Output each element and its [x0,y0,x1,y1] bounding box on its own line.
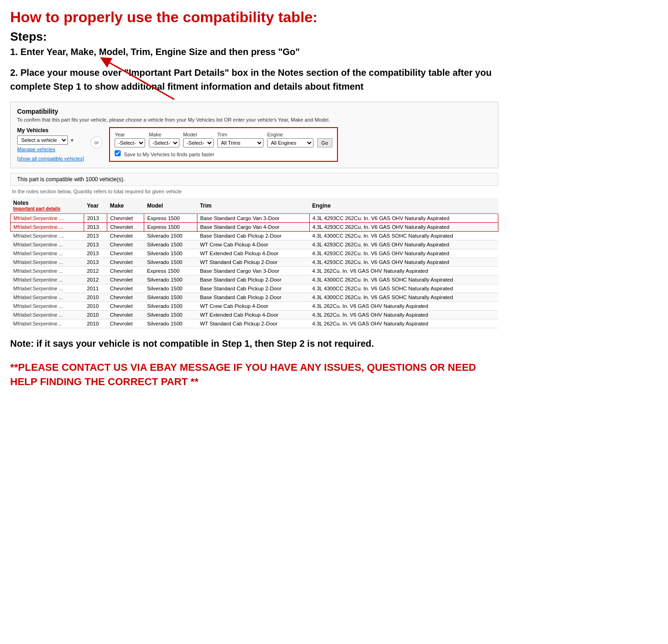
make-cell: Chevrolet [107,223,144,232]
compatibility-section: Compatibility To confirm that this part … [10,102,498,168]
make-cell: Chevrolet [107,293,144,302]
step1-text: 1. Enter Year, Make, Model, Trim, Engine… [10,47,498,57]
note-text: Mfrlabel:Serpentine ... [13,294,63,300]
make-cell: Chevrolet [107,240,144,249]
table-row: Mfrlabel:Serpentine ...2012ChevroletExpr… [11,267,498,276]
note-text: Mfrlabel:Serpentine ... [13,277,63,282]
col-header-model: Model [144,198,197,214]
table-row: Mfrlabel:Serpentine...2010ChevroletSilve… [11,319,498,328]
engine-label: Engine [267,132,313,137]
model-cell: Silverado 1500 [144,249,197,258]
engine-cell: 4.3L 4293CC 262Cu. In. V6 GAS OHV Natura… [309,258,498,267]
save-label: Save to My Vehicles to finds parts faste… [124,152,214,157]
notes-cell: Mfrlabel:Serpentine.... [11,223,84,232]
year-cell: 2012 [84,276,107,284]
note-text: Mfrlabel:Serpentine ... [13,286,63,291]
trim-cell: WT Crew Cab Pickup 4-Door [197,240,309,249]
ymm-form: Year -Select- Make -Select- Model -Selec… [109,127,338,162]
engine-cell: 4.3L 4300CC 262Cu. In. V6 GAS SOHC Natur… [309,284,498,293]
save-checkbox[interactable] [115,150,121,156]
quantity-note: In the notes section below, Quantity ref… [10,189,498,194]
important-part-details-link[interactable]: Important part details [13,206,81,211]
col-header-year: Year [84,198,107,214]
trim-cell: WT Standard Cab Pickup 2-Door [197,319,309,328]
make-cell: Chevrolet [107,267,144,276]
compatible-banner: This part is compatible with 1000 vehicl… [10,173,498,186]
model-cell: Express 1500 [144,214,197,223]
notes-cell: Mfrlabel:Serpentine... [11,319,84,328]
col-header-notes: Notes Important part details [11,198,84,214]
notes-cell: Mfrlabel:Serpentine ... [11,267,84,276]
engine-cell: 4.3L 262Cu. In. V6 GAS OHV Naturally Asp… [309,319,498,328]
table-row: Mfrlabel:Serpentine ...2010ChevroletSilv… [11,311,498,319]
col-header-trim: Trim [197,198,309,214]
table-row: Mfrlabel:Serpentine ...2010ChevroletSilv… [11,302,498,311]
or-divider: or [91,136,103,148]
make-select[interactable]: -Select- [149,138,179,147]
steps-heading: Steps: [10,30,498,44]
select-vehicle-dropdown[interactable]: Select a vehicle [17,135,68,145]
year-cell: 2010 [84,302,107,311]
engine-cell: 4.3L 4293CC 262Cu. In. V6 GAS OHV Natura… [309,249,498,258]
note-text: Mfrlabel:Serpentine ... [13,242,63,247]
engine-cell: 4.3L 4300CC 262Cu. In. V6 GAS SOHC Natur… [309,293,498,302]
table-row: Mfrlabel:Serpentine ...2013ChevroletSilv… [11,258,498,267]
model-cell: Silverado 1500 [144,276,197,284]
model-cell: Silverado 1500 [144,319,197,328]
engine-cell: 4.3L 4293CC 262Cu. In. V6 GAS OHV Natura… [309,214,498,223]
note-text[interactable]: Mfrlabel:Serpentine.... [13,224,63,230]
year-select[interactable]: -Select- [115,138,145,147]
table-row: Mfrlabel:Serpentine ...2013ChevroletSilv… [11,240,498,249]
model-cell: Silverado 1500 [144,232,197,240]
make-cell: Chevrolet [107,232,144,240]
model-field: Model -Select- [183,132,214,147]
step2-text: 2. Place your mouse over "Important Part… [10,66,498,93]
trim-cell: WT Crew Cab Pickup 4-Door [197,302,309,311]
engine-select[interactable]: All Engines [267,138,313,147]
make-cell: Chevrolet [107,214,144,223]
model-label: Model [183,132,214,137]
notes-cell: Mfrlabel:Serpentine .... [11,214,84,223]
trim-cell: Base Standard Cargo Van 4-Door [197,223,309,232]
model-cell: Silverado 1500 [144,311,197,319]
make-cell: Chevrolet [107,249,144,258]
model-cell: Silverado 1500 [144,284,197,293]
my-vehicles-label: My Vehicles [17,127,84,134]
save-row: Save to My Vehicles to finds parts faste… [115,150,332,157]
notes-cell: Mfrlabel:Serpentine ... [11,249,84,258]
model-select[interactable]: -Select- [183,138,214,147]
notes-cell: Mfrlabel:Serpentine ... [11,302,84,311]
note-text: Mfrlabel:Serpentine ... [13,268,63,274]
engine-cell: 4.3L 262Cu. In. V6 GAS OHV Naturally Asp… [309,267,498,276]
my-vehicles-section: My Vehicles Select a vehicle ▼ Manage ve… [17,127,84,162]
compat-subtitle: To confirm that this part fits your vehi… [17,117,491,123]
model-cell: Silverado 1500 [144,258,197,267]
col-header-engine: Engine [309,198,498,214]
compatibility-table: Notes Important part details Year Make M… [10,198,498,328]
show-all-link[interactable]: [show all compatible vehicles] [17,156,84,161]
trim-cell: WT Extended Cab Pickup 4-Door [197,249,309,258]
trim-cell: Base Standard Cargo Van 3-Door [197,214,309,223]
model-cell: Silverado 1500 [144,293,197,302]
notes-cell: Mfrlabel:Serpentine .... [11,232,84,240]
table-row: Mfrlabel:Serpentine ...2010ChevroletSilv… [11,293,498,302]
engine-cell: 4.3L 4293CC 262Cu. In. V6 GAS OHV Natura… [309,223,498,232]
year-cell: 2010 [84,293,107,302]
make-cell: Chevrolet [107,311,144,319]
go-button[interactable]: Go [317,138,332,147]
note-step2-text: Note: if it says your vehicle is not com… [10,337,498,350]
note-text[interactable]: Mfrlabel:Serpentine .... [13,215,65,221]
model-cell: Silverado 1500 [144,240,197,249]
year-cell: 2013 [84,223,107,232]
model-cell: Silverado 1500 [144,302,197,311]
make-field: Make -Select- [149,132,179,147]
trim-cell: Base Standard Cab Pickup 2-Door [197,293,309,302]
trim-select[interactable]: All Trims [217,138,264,147]
manage-vehicles-link[interactable]: Manage vehicles [17,147,84,152]
table-row: Mfrlabel:Serpentine ...2013ChevroletSilv… [11,249,498,258]
note-text: Mfrlabel:Serpentine ... [13,251,63,256]
make-cell: Chevrolet [107,276,144,284]
year-cell: 2010 [84,311,107,319]
notes-cell: Mfrlabel:Serpentine ... [11,258,84,267]
note-text: Mfrlabel:Serpentine ... [13,312,63,318]
